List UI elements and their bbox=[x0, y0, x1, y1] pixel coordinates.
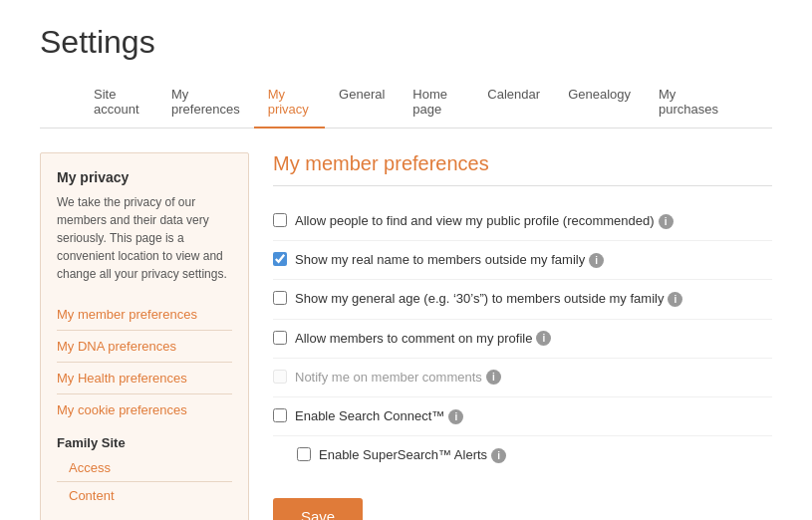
pref-label-pref6: Enable Search Connect™ bbox=[295, 407, 444, 425]
pref-label-pref3: Show my general age (e.g. ‘30’s”) to mem… bbox=[295, 290, 664, 308]
sidebar-title: My privacy bbox=[57, 169, 232, 185]
nav-item-general[interactable]: General bbox=[325, 77, 399, 129]
sidebar-link-my-cookie-preferences[interactable]: My cookie preferences bbox=[57, 394, 232, 425]
sidebar-sub-links: AccessContent bbox=[57, 454, 232, 509]
sidebar-section-title: Family Site bbox=[57, 425, 232, 454]
header: Settings Site accountMy preferencesMy pr… bbox=[0, 0, 812, 129]
sidebar-link-my-dna-preferences[interactable]: My DNA preferences bbox=[57, 331, 232, 363]
pref-label-pref5: Notify me on member comments bbox=[295, 369, 482, 387]
pref-label-pref2: Show my real name to members outside my … bbox=[295, 251, 585, 269]
pref-item-pref1: Allow people to find and view my public … bbox=[273, 202, 772, 241]
nav-item-site-account[interactable]: Site account bbox=[80, 77, 157, 129]
info-icon-pref6[interactable]: i bbox=[448, 409, 463, 424]
pref-item-pref4: Allow members to comment on my profilei bbox=[273, 320, 772, 359]
sidebar: My privacy We take the privacy of our me… bbox=[40, 152, 249, 520]
nav-item-my-purchases[interactable]: My purchases bbox=[645, 77, 732, 129]
sidebar-description: We take the privacy of our members and t… bbox=[57, 193, 232, 283]
pref-label-pref7: Enable SuperSearch™ Alerts bbox=[319, 446, 487, 464]
checkbox-pref2[interactable] bbox=[273, 252, 287, 266]
nav-item-home-page[interactable]: Home page bbox=[399, 77, 473, 129]
preferences-list: Allow people to find and view my public … bbox=[273, 202, 772, 474]
pref-item-pref6: Enable Search Connect™i bbox=[273, 397, 772, 436]
info-icon-pref4[interactable]: i bbox=[536, 331, 551, 346]
nav-item-my-preferences[interactable]: My preferences bbox=[157, 77, 254, 129]
top-nav: Site accountMy preferencesMy privacyGene… bbox=[40, 77, 772, 129]
content-section-title: My member preferences bbox=[273, 152, 772, 186]
sidebar-links: My member preferencesMy DNA preferencesM… bbox=[57, 299, 232, 425]
sidebar-sub-link-access[interactable]: Access bbox=[57, 454, 232, 482]
info-icon-pref5[interactable]: i bbox=[486, 370, 501, 385]
pref-label-pref1: Allow people to find and view my public … bbox=[295, 212, 655, 230]
checkbox-pref4[interactable] bbox=[273, 331, 287, 345]
sidebar-link-my-member-preferences[interactable]: My member preferences bbox=[57, 299, 232, 331]
page-title: Settings bbox=[40, 24, 772, 61]
info-icon-pref1[interactable]: i bbox=[659, 214, 674, 229]
content-section: My member preferences Allow people to fi… bbox=[273, 152, 772, 520]
checkbox-pref1[interactable] bbox=[273, 213, 287, 227]
pref-item-pref7: Enable SuperSearch™ Alertsi bbox=[273, 436, 772, 474]
nav-item-my-privacy[interactable]: My privacy bbox=[254, 77, 325, 129]
nav-item-calendar[interactable]: Calendar bbox=[473, 77, 554, 129]
save-button[interactable]: Save bbox=[273, 498, 363, 520]
info-icon-pref7[interactable]: i bbox=[491, 448, 506, 463]
pref-item-pref5: Notify me on member commentsi bbox=[273, 359, 772, 397]
info-icon-pref2[interactable]: i bbox=[589, 253, 604, 268]
info-icon-pref3[interactable]: i bbox=[668, 292, 682, 307]
checkbox-pref5 bbox=[273, 370, 287, 384]
pref-item-pref2: Show my real name to members outside my … bbox=[273, 241, 772, 280]
checkbox-pref7[interactable] bbox=[297, 447, 311, 461]
save-section: Save bbox=[273, 498, 772, 520]
checkbox-pref3[interactable] bbox=[273, 291, 287, 305]
sidebar-link-my-health-preferences[interactable]: My Health preferences bbox=[57, 363, 232, 394]
pref-label-pref4: Allow members to comment on my profile bbox=[295, 330, 532, 348]
sidebar-sub-link-content[interactable]: Content bbox=[57, 482, 232, 509]
main-content: My privacy We take the privacy of our me… bbox=[0, 129, 812, 520]
checkbox-pref6[interactable] bbox=[273, 408, 287, 422]
nav-item-genealogy[interactable]: Genealogy bbox=[554, 77, 645, 129]
sidebar-box: My privacy We take the privacy of our me… bbox=[40, 152, 249, 520]
page-wrapper: Settings Site accountMy preferencesMy pr… bbox=[0, 0, 812, 520]
pref-item-pref3: Show my general age (e.g. ‘30’s”) to mem… bbox=[273, 280, 772, 319]
